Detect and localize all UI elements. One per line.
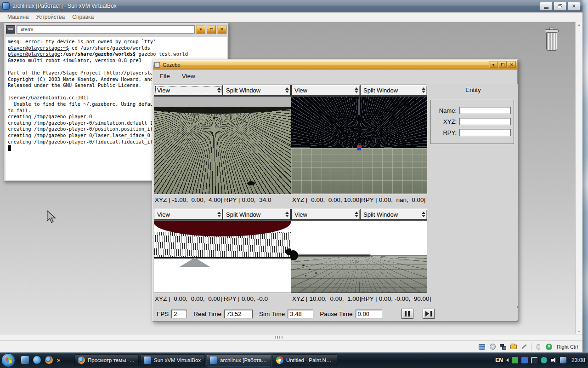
gazebo-titlebar[interactable]: Gazebo ▾ ✕: [153, 60, 517, 69]
view-dropdown[interactable]: View: [154, 209, 223, 220]
entity-xyz-input[interactable]: [459, 118, 511, 125]
viewport-3d-canvas[interactable]: [154, 220, 291, 293]
split-window-dropdown[interactable]: Split Window: [360, 85, 427, 96]
entity-name-label: Name:: [439, 107, 457, 114]
menu-file[interactable]: File: [160, 73, 170, 80]
close-button[interactable]: ✕: [217, 25, 226, 34]
harddisk-status-icon[interactable]: [478, 343, 486, 351]
task-button-paintdotnet[interactable]: Untitled - Paint.NET...: [273, 354, 337, 366]
app-tray-icon[interactable]: [521, 357, 528, 363]
network-tray-icon[interactable]: [531, 357, 537, 363]
start-button[interactable]: [1, 353, 15, 367]
maximize-button[interactable]: [207, 25, 216, 34]
optical-disc-status-icon[interactable]: [489, 343, 496, 351]
menu-machine[interactable]: Машина: [7, 14, 28, 20]
pause-button[interactable]: [401, 309, 413, 319]
viewport-3d-canvas[interactable]: [291, 220, 427, 293]
menu-help[interactable]: Справка: [72, 14, 94, 20]
maximize-button[interactable]: [498, 61, 507, 68]
entity-xyz-row: XYZ:: [432, 118, 511, 125]
viewport-status: XYZ [ 0.00, 0.00, 10.00]RPY [ 0.00, nan,…: [291, 194, 427, 206]
clock[interactable]: 23:08: [571, 357, 585, 363]
entity-name-input[interactable]: [459, 107, 511, 114]
host-key-label: Right Ctrl: [557, 344, 578, 350]
robot-model: [357, 148, 361, 150]
network-status-icon[interactable]: [499, 343, 507, 351]
shared-folders-status-icon[interactable]: [510, 343, 517, 351]
virtualbox-titlebar[interactable]: archlinux [Работает] - Sun xVM VirtualBo…: [0, 0, 582, 12]
mouse-integration-icon[interactable]: [535, 343, 542, 351]
split-window-dropdown[interactable]: Split Window: [360, 209, 427, 220]
paintdotnet-icon: [276, 356, 283, 364]
vm-vertical-scrollbar[interactable]: ▲ ▼: [575, 22, 582, 334]
viewport-status: XYZ [ 10.00, 0.00, 1.00]RPY [ 0.00, -0.0…: [291, 293, 427, 305]
maximize-icon: [210, 28, 213, 31]
security-tray-icon[interactable]: [512, 357, 518, 363]
view-dropdown[interactable]: View: [154, 85, 223, 96]
viewport-bottom-left: View Split Window XYZ [ 0.00, 0.00, 0.00…: [154, 208, 291, 305]
viewport-header: View Split Window: [154, 84, 291, 96]
view-dropdown[interactable]: View: [291, 85, 360, 96]
split-window-dropdown[interactable]: Split Window: [223, 209, 291, 220]
viewport-3d-canvas[interactable]: [291, 96, 427, 194]
xterm-menu-button[interactable]: [6, 25, 15, 34]
shade-button[interactable]: ▾: [489, 61, 498, 68]
gazebo-window-controls: ▾ ✕: [488, 61, 516, 68]
xterm-titlebar[interactable]: xterm ▾ ✕: [5, 24, 228, 35]
entity-rpy-input[interactable]: [459, 129, 511, 136]
vm-display[interactable]: xterm ▾ ✕ mesg: error: tty device is not…: [0, 22, 575, 334]
windows-flag-icon: [5, 357, 11, 363]
virtualbox-icon: [210, 356, 217, 364]
scrollbar-grip[interactable]: [275, 336, 283, 339]
language-indicator[interactable]: EN: [495, 357, 503, 363]
scroll-up-icon[interactable]: ▲: [577, 23, 581, 26]
gazebo-title: Gazebo: [163, 62, 181, 68]
menu-view[interactable]: View: [182, 73, 195, 80]
ground-grid: [291, 255, 427, 293]
dropdown-arrows-icon: [422, 87, 427, 93]
tray-expand-chevron-icon[interactable]: [506, 358, 509, 362]
real-time-field: 73.52: [224, 310, 253, 318]
step-button[interactable]: [423, 309, 435, 319]
virtualbox-tray-icon[interactable]: [560, 357, 566, 363]
mouse-cursor: [45, 210, 58, 224]
scroll-down-icon[interactable]: ▼: [577, 330, 581, 333]
gazebo-window-icon: [154, 62, 160, 68]
quick-launch-overflow-chevron[interactable]: »: [57, 356, 60, 363]
keyboard-capture-icon[interactable]: ▼: [545, 343, 553, 351]
horizon-shadow: [291, 254, 370, 257]
shade-button[interactable]: ▾: [196, 25, 205, 34]
viewport-header: View Split Window: [154, 208, 291, 220]
statusbar-separator: [531, 343, 531, 351]
dropdown-arrows-icon: [217, 87, 222, 93]
terminal-line: player@playerstage:/usr/share/gazebo/wor…: [8, 51, 227, 58]
viewport-3d-canvas[interactable]: [154, 96, 291, 194]
dropdown-arrows-icon: [217, 212, 222, 217]
close-button[interactable]: ✕: [567, 2, 580, 11]
close-button[interactable]: ✕: [508, 61, 516, 68]
internet-explorer-icon[interactable]: [33, 356, 41, 364]
view-dropdown[interactable]: View: [291, 209, 360, 220]
dropdown-arrows-icon: [285, 212, 290, 217]
features-status-icon[interactable]: [520, 343, 528, 351]
terminal-line: mesg: error: tty device is not owned by …: [8, 39, 227, 45]
vm-trash-icon[interactable]: [545, 28, 559, 53]
status-tray-icon[interactable]: [541, 357, 547, 363]
fps-field: 2: [171, 310, 187, 318]
vm-horizontal-scrollbar[interactable]: [0, 334, 582, 340]
gazebo-menubar: File View: [153, 69, 517, 83]
volume-tray-icon[interactable]: [550, 357, 557, 363]
system-tray: EN 23:08: [495, 352, 585, 368]
restore-button[interactable]: [554, 2, 566, 11]
show-desktop-icon[interactable]: [21, 356, 29, 364]
dropdown-arrows-icon: [355, 87, 360, 93]
task-button-archlinux-vm[interactable]: archlinux [Работает...: [207, 354, 271, 366]
real-time-label: Real Time: [193, 310, 221, 317]
task-button-virtualbox[interactable]: Sun xVM VirtualBox: [141, 354, 205, 366]
task-button-firefox[interactable]: Просмотр темы - P...: [74, 354, 139, 366]
entity-panel: Entity Name: XYZ: RPY:: [429, 84, 518, 306]
split-window-dropdown[interactable]: Split Window: [223, 85, 291, 96]
minimize-button[interactable]: [540, 2, 553, 11]
menu-devices[interactable]: Устройства: [36, 14, 65, 20]
firefox-icon[interactable]: [45, 356, 53, 364]
